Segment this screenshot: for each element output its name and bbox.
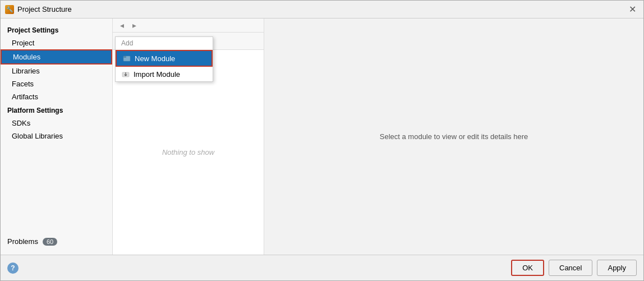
dropdown-header: Add: [116, 37, 213, 50]
bottom-bar: ? OK Cancel Apply: [1, 255, 643, 280]
problems-section[interactable]: Problems 60: [1, 233, 112, 250]
sidebar: Project Settings Project Modules Librari…: [1, 19, 113, 255]
help-button[interactable]: ?: [7, 262, 19, 274]
right-panel-placeholder: Select a module to view or edit its deta…: [380, 132, 528, 141]
dropdown-item-import-module[interactable]: Import Module: [116, 67, 213, 81]
add-dropdown-menu: Add New Module: [115, 36, 213, 82]
title-bar: 🔧 Project Structure ✕: [1, 1, 643, 19]
new-module-icon: [122, 54, 131, 63]
import-module-label: Import Module: [134, 70, 180, 79]
close-button[interactable]: ✕: [625, 3, 639, 16]
bottom-actions: OK Cancel Apply: [511, 260, 637, 276]
window-icon: 🔧: [5, 5, 14, 14]
new-module-label: New Module: [135, 54, 175, 63]
ok-button[interactable]: OK: [511, 260, 544, 276]
sidebar-item-modules[interactable]: Modules: [1, 49, 112, 65]
svg-rect-1: [123, 56, 126, 58]
window-title: Project Structure: [17, 5, 625, 13]
sidebar-item-artifacts[interactable]: Artifacts: [1, 90, 112, 103]
back-button[interactable]: ◂: [116, 20, 127, 31]
project-settings-header: Project Settings: [1, 23, 112, 36]
navigation-bar: ◂ ▸: [113, 19, 264, 33]
sidebar-item-global-libraries[interactable]: Global Libraries: [1, 130, 112, 142]
sidebar-item-facets[interactable]: Facets: [1, 77, 112, 90]
problems-badge: 60: [43, 238, 57, 246]
sidebar-item-libraries[interactable]: Libraries: [1, 65, 112, 77]
cancel-button[interactable]: Cancel: [549, 260, 592, 276]
main-content: Project Settings Project Modules Librari…: [1, 19, 643, 255]
platform-settings-header: Platform Settings: [1, 103, 112, 117]
right-panel: Select a module to view or edit its deta…: [264, 19, 643, 255]
problems-label: Problems: [7, 237, 38, 246]
dropdown-item-new-module[interactable]: New Module: [116, 50, 213, 67]
center-panel: ◂ ▸ + − ⧉ Add New Mo: [113, 19, 264, 255]
apply-button[interactable]: Apply: [597, 260, 637, 276]
forward-button[interactable]: ▸: [128, 20, 140, 31]
import-module-icon: [121, 70, 130, 79]
sidebar-item-project[interactable]: Project: [1, 36, 112, 49]
project-structure-window: 🔧 Project Structure ✕ Project Settings P…: [0, 0, 644, 281]
sidebar-item-sdks[interactable]: SDKs: [1, 117, 112, 130]
